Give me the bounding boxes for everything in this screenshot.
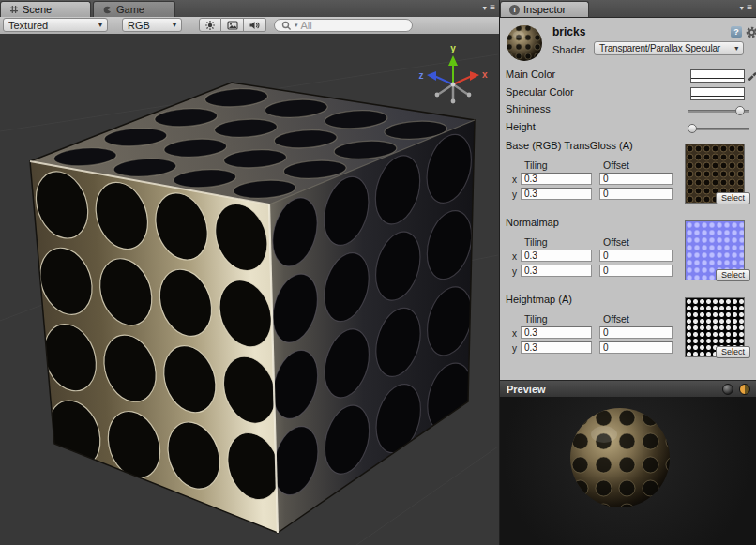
scene-viewport[interactable]: y x z: [0, 34, 499, 545]
gizmo-x-axis[interactable]: [453, 76, 472, 84]
shininess-slider[interactable]: [688, 105, 749, 116]
menu-arrow-icon: ▼: [481, 5, 488, 11]
scene-toolbar: Textured ▾ RGB ▾: [0, 17, 499, 35]
material-preview-icon[interactable]: [505, 23, 544, 63]
inspector-tabbar: i Inspector ▼ ≡: [500, 0, 756, 18]
normal-tiling-x-input[interactable]: [521, 250, 592, 262]
gizmo-negative-axes[interactable]: [439, 84, 467, 99]
offset-header: Offset: [603, 159, 629, 171]
speaker-icon: [249, 20, 261, 31]
preview-sphere[interactable]: [568, 406, 672, 509]
preview-title: Preview: [507, 381, 546, 398]
preview-shape-toggle-icon[interactable]: [722, 384, 733, 395]
texture-normal-label: Normalmap: [506, 217, 559, 229]
base-tiling-x-input[interactable]: [521, 173, 592, 185]
normal-tiling-y-input[interactable]: [521, 265, 592, 277]
shader-dropdown[interactable]: Transparent/Parallax Specular ▾: [594, 41, 744, 55]
help-button[interactable]: ?: [730, 25, 743, 38]
base-tiling-y-input[interactable]: [521, 188, 592, 200]
height-select-button[interactable]: Select: [716, 346, 750, 358]
slider-thumb[interactable]: [735, 106, 745, 115]
main-color-swatch[interactable]: [690, 69, 745, 83]
preview-light-toggle-icon[interactable]: [739, 384, 750, 395]
gizmo-z-label[interactable]: z: [419, 70, 424, 81]
render-mode-dropdown[interactable]: RGB ▾: [122, 18, 182, 32]
normal-select-button[interactable]: Select: [716, 269, 750, 281]
tab-game[interactable]: Game: [93, 1, 175, 17]
tiling-header: Tiling: [524, 159, 548, 171]
material-preview-area[interactable]: +: [500, 397, 756, 545]
axis-x-label: x: [512, 251, 517, 262]
specular-color-label: Specular Color: [506, 86, 574, 98]
chevron-down-icon: ▾: [93, 21, 102, 29]
tab-inspector[interactable]: i Inspector: [500, 1, 589, 17]
draw-mode-dropdown[interactable]: Textured ▾: [3, 18, 108, 32]
slider-track: [688, 128, 749, 130]
help-icon: ?: [731, 26, 742, 38]
menu-list-icon: ≡: [490, 3, 495, 12]
scene-search-input[interactable]: ▾ All: [274, 19, 413, 32]
scene-lighting-toggle[interactable]: [199, 18, 221, 32]
gear-icon: [746, 26, 756, 38]
menu-list-icon: ≡: [747, 3, 752, 12]
material-name: bricks: [552, 25, 585, 38]
inspector-icon: i: [509, 5, 520, 15]
shader-value: Transparent/Parallax Specular: [599, 43, 720, 53]
normal-offset-y-input[interactable]: [599, 265, 673, 277]
scene-pane: Scene Game ▼ ≡ Textured ▾ RGB ▾: [0, 0, 499, 545]
preview-header-bar[interactable]: Preview: [500, 380, 756, 399]
texture-height-label: Heightmap (A): [506, 294, 572, 306]
scene-grid-icon: [9, 5, 19, 14]
inspector-pane: i Inspector ▼ ≡ bricks: [499, 0, 756, 545]
eyedropper-icon: [747, 69, 756, 81]
main-color-label: Main Color: [506, 68, 555, 81]
menu-arrow-icon: ▼: [738, 5, 745, 11]
tab-scene[interactable]: Scene: [0, 1, 91, 17]
scene-overlay-toggle[interactable]: [221, 18, 244, 32]
height-slider[interactable]: [688, 123, 749, 134]
texture-base-label: Base (RGB) TransGloss (A): [506, 140, 633, 152]
height-offset-y-input[interactable]: [599, 341, 673, 354]
axis-x-label: x: [512, 174, 517, 185]
tiling-header: Tiling: [524, 236, 548, 248]
game-icon: [102, 5, 113, 15]
gizmo-z-axis[interactable]: [434, 76, 453, 84]
height-offset-x-input[interactable]: [599, 326, 673, 339]
search-filter-arrow-icon[interactable]: ▾: [295, 22, 298, 29]
offset-header: Offset: [603, 236, 629, 248]
settings-button[interactable]: [745, 25, 756, 38]
cube-mesh[interactable]: [0, 65, 499, 545]
gizmo-y-label[interactable]: y: [450, 43, 456, 53]
eyedropper-button[interactable]: [746, 68, 756, 82]
axis-y-label: y: [512, 266, 517, 277]
axis-y-label: y: [512, 343, 517, 354]
tiling-header: Tiling: [524, 313, 548, 325]
orientation-gizmo[interactable]: y x z: [419, 43, 489, 103]
scene-audio-toggle[interactable]: [244, 18, 266, 32]
search-placeholder: All: [301, 20, 312, 31]
height-tiling-y-input[interactable]: [521, 341, 592, 354]
scene-canvas[interactable]: y x z: [0, 34, 499, 545]
shader-label: Shader: [552, 44, 585, 55]
sun-icon: [204, 20, 216, 31]
image-icon: [227, 20, 238, 31]
chevron-down-icon: ▾: [167, 21, 176, 29]
render-mode-value: RGB: [128, 20, 150, 31]
height-tiling-x-input[interactable]: [521, 326, 592, 339]
scene-tabbar: Scene Game ▼ ≡: [0, 0, 499, 18]
base-offset-x-input[interactable]: [599, 173, 673, 185]
normal-offset-x-input[interactable]: [599, 250, 673, 262]
base-select-button[interactable]: Select: [716, 192, 750, 204]
tab-game-label: Game: [116, 4, 144, 15]
slider-thumb[interactable]: [688, 124, 697, 133]
base-offset-y-input[interactable]: [599, 188, 673, 200]
inspector-pane-menu-icon[interactable]: ▼ ≡: [738, 3, 752, 12]
unity-editor-window: Scene Game ▼ ≡ Textured ▾ RGB ▾: [0, 0, 756, 545]
height-label: Height: [506, 121, 536, 133]
axis-x-label: x: [512, 328, 517, 339]
scene-pane-menu-icon[interactable]: ▼ ≡: [481, 3, 495, 12]
axis-y-label: y: [512, 189, 517, 200]
tab-inspector-label: Inspector: [523, 4, 566, 15]
specular-color-swatch[interactable]: [690, 87, 745, 100]
gizmo-x-label[interactable]: x: [482, 69, 488, 80]
